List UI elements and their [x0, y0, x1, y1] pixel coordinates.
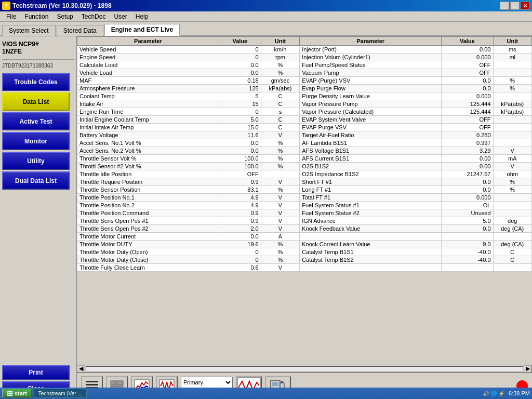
menu-function[interactable]: Function [20, 12, 52, 21]
taskbar-time: 6:38 PM [509, 390, 530, 396]
left-param: MAF [77, 77, 219, 85]
table-row: Throttle Sensor Volt % 100.0 % AFS Curre… [77, 155, 532, 163]
right-unit: deg (CA) [493, 225, 532, 233]
right-unit [493, 131, 532, 139]
close-window-button[interactable]: ✕ [521, 2, 530, 10]
left-param: Initial Intake Air Temp [77, 124, 219, 131]
left-unit: V [261, 217, 299, 225]
right-param: Injector (Port) [300, 46, 442, 54]
table-row: Coolant Temp 5 C Purge Density Learn Val… [77, 92, 532, 100]
right-unit [493, 202, 532, 209]
left-unit: % [261, 61, 299, 69]
data-list-button[interactable]: Data List [2, 92, 70, 111]
left-unit: % [261, 139, 299, 147]
right-value: 0.280 [442, 131, 493, 139]
table-row: Throttle Sens Open Pos #2 2.0 V Knock Fe… [77, 225, 532, 233]
active-test-button[interactable]: Active Test [2, 112, 70, 130]
table-row: Engine Run Time 0 s Vapor Pressure (Calc… [77, 108, 532, 116]
left-value: 0.0 [219, 139, 261, 147]
taskbar-app-item[interactable]: Techstream (Ver ... [34, 389, 87, 398]
right-param: Fuel System Status #2 [300, 209, 442, 217]
left-param: Throttle Require Position [77, 178, 219, 186]
left-param: Accel Sens. No.1 Volt % [77, 139, 219, 147]
left-value: 0.9 [219, 178, 261, 186]
col-header-unit-right: Unit [493, 37, 532, 46]
left-param: Throttle Fully Close Learn [77, 264, 219, 272]
menu-file[interactable]: File [2, 12, 20, 21]
table-row: Throttle Motor Duty (Open) 0 % Catalyst … [77, 248, 532, 256]
left-param: Atmosphere Pressure [77, 85, 219, 92]
right-value: 0.0 [442, 225, 493, 233]
left-param: Engine Speed [77, 54, 219, 61]
dual-data-list-button[interactable]: Dual Data List [2, 171, 70, 190]
print-button[interactable]: Print [2, 365, 70, 380]
left-value: 11.6 [219, 131, 261, 139]
left-unit: A [261, 233, 299, 241]
left-value: 100.0 [219, 163, 261, 170]
table-row: Throttle Require Position 0.9 V Short FT… [77, 178, 532, 186]
right-unit: mA [493, 155, 532, 163]
menu-help[interactable]: Help [131, 12, 153, 21]
right-value: 0.0 [442, 77, 493, 85]
table-row: Throttle Sens Open Pos #1 0.9 V IGN Adva… [77, 217, 532, 225]
left-value: 0 [219, 46, 261, 54]
right-unit: C [493, 256, 532, 264]
left-param: Vehicle Speed [77, 46, 219, 54]
menu-techdoc[interactable]: TechDoc [77, 12, 110, 21]
title-bar: T Techstream (Ver 10.30.029) - 1898 _ □ … [0, 0, 532, 11]
right-unit [493, 92, 532, 100]
right-value: 0.000 [442, 92, 493, 100]
right-param: Vapor Pressure (Calculated) [300, 108, 442, 116]
left-value: 0.18 [219, 77, 261, 85]
menu-setup[interactable]: Setup [52, 12, 77, 21]
left-value: 15 [219, 100, 261, 108]
data-table-area[interactable]: Parameter Value Unit Parameter Value Uni… [77, 36, 532, 365]
left-value: 15.0 [219, 124, 261, 131]
right-param: Fuel Pump/Speed Status [300, 61, 442, 69]
right-param: AFS Voltage B1S1 [300, 147, 442, 155]
left-unit: % [261, 248, 299, 256]
left-unit: % [261, 163, 299, 170]
col-header-unit-left: Unit [261, 37, 299, 46]
tab-engine-ect-live[interactable]: Engine and ECT Live [104, 24, 180, 36]
table-row: Vehicle Speed 0 km/h Injector (Port) 0.0… [77, 46, 532, 54]
left-unit: V [261, 194, 299, 202]
svg-rect-0 [86, 381, 98, 382]
left-param: Initial Engine Coolant Temp [77, 116, 219, 124]
table-row: Throttle Sensor Position 83.1 % Long FT … [77, 186, 532, 194]
right-unit [493, 209, 532, 217]
trouble-codes-button[interactable]: Trouble Codes [2, 73, 70, 91]
table-row: Throttle Idle Position OFF O2S Impedance… [77, 170, 532, 178]
table-row: Calculate Load 0.0 % Fuel Pump/Speed Sta… [77, 61, 532, 69]
right-value: 0.997 [442, 139, 493, 147]
left-param: Throttle Position No.2 [77, 202, 219, 209]
left-param: Throttle Sens Open Pos #1 [77, 217, 219, 225]
table-row: Throttl Sensor #2 Volt % 100.0 % O2S B1S… [77, 163, 532, 170]
right-unit: ml [493, 54, 532, 61]
primary-dropdown[interactable]: Primary Secondary [181, 377, 233, 388]
svg-rect-1 [86, 384, 98, 385]
right-unit [493, 69, 532, 77]
left-unit: % [261, 256, 299, 264]
left-value: 0.0 [219, 61, 261, 69]
start-button[interactable]: ⊞ start [2, 389, 32, 398]
minimize-button[interactable]: _ [500, 2, 509, 10]
table-row: Accel Sens. No.2 Volt % 0.0 % AFS Voltag… [77, 147, 532, 155]
left-value: 4.9 [219, 194, 261, 202]
left-param: Throttle Idle Position [77, 170, 219, 178]
taskbar: ⊞ start Techstream (Ver ... 🔊 🌐 ⚡ 6:38 P… [0, 388, 532, 399]
taskbar-right: 🔊 🌐 ⚡ 6:38 PM [483, 390, 530, 396]
utility-button[interactable]: Utility [2, 152, 70, 170]
svg-rect-12 [272, 382, 278, 386]
horizontal-scrollbar[interactable]: ◀ ▶ [77, 365, 532, 372]
right-value: 0.0 [442, 186, 493, 194]
maximize-button[interactable]: □ [510, 2, 520, 10]
tab-system-select[interactable]: System Select [2, 25, 56, 36]
start-label: start [15, 390, 27, 396]
monitor-button[interactable]: Monitor [2, 132, 70, 150]
menu-user[interactable]: User [110, 12, 131, 21]
tray-icons: 🔊 🌐 ⚡ [483, 391, 504, 396]
tab-stored-data[interactable]: Stored Data [57, 25, 103, 36]
left-value: 0.9 [219, 217, 261, 225]
left-param: Accel Sens. No.2 Volt % [77, 147, 219, 155]
